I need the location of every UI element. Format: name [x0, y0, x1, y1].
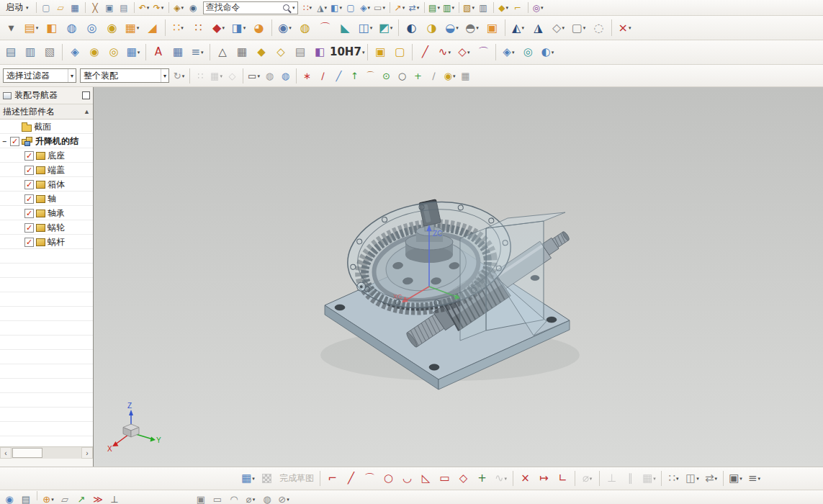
attach-tool-2-icon[interactable]: ◇: [271, 42, 290, 62]
tree-checkbox[interactable]: ✓: [24, 194, 34, 204]
sketch-tools-icon[interactable]: ▦▾: [239, 469, 257, 487]
cursor-style-icon[interactable]: ◮▾: [315, 1, 329, 14]
search-dropdown-icon[interactable]: ▾: [292, 5, 295, 10]
offset-face-icon[interactable]: ◮: [529, 18, 548, 37]
move-face-icon[interactable]: ◭▾: [508, 18, 528, 37]
chevron-down-icon[interactable]: ▾: [161, 69, 168, 82]
command-search[interactable]: 查找命令 ▾: [203, 1, 298, 14]
line-curve-icon[interactable]: ╱: [415, 42, 434, 62]
resize-face-icon[interactable]: ◌: [589, 18, 608, 37]
surface-icon[interactable]: ◈▾: [499, 42, 518, 62]
lock-tool-icon[interactable]: ◠: [226, 491, 242, 504]
spline-icon[interactable]: ∿▾: [435, 42, 454, 62]
transform-icon[interactable]: ⇄▾: [408, 1, 421, 14]
layer-visible-icon[interactable]: ▥▾: [442, 1, 456, 14]
perpendicular-tool-icon[interactable]: ⊥: [107, 491, 122, 504]
tree-item-folder[interactable]: 截面: [0, 120, 93, 134]
tree-item-part[interactable]: ✓蜗杆: [0, 235, 93, 249]
patch-icon[interactable]: ▣: [482, 18, 502, 37]
tree-item-part[interactable]: ✓箱体: [0, 177, 93, 192]
point-on-curve-icon[interactable]: ∕: [426, 68, 441, 84]
trim-body-icon[interactable]: ◩▾: [376, 18, 395, 37]
flags-icon[interactable]: ≫: [90, 491, 106, 504]
print-icon[interactable]: ▥: [477, 1, 490, 14]
pattern-blocks-icon[interactable]: ▦▾: [122, 18, 142, 37]
paint-icon[interactable]: ◧: [310, 42, 329, 62]
chamfer-icon[interactable]: ◺: [417, 469, 435, 487]
macro-icon[interactable]: ◎▾: [531, 1, 545, 14]
quadrant-point-icon[interactable]: ○: [395, 68, 410, 84]
existing-point-icon[interactable]: +: [410, 68, 426, 84]
selection-scope-combo[interactable]: 整个装配 ▾: [80, 68, 169, 83]
grid-point-icon[interactable]: ▦: [458, 68, 473, 84]
marquee-select-icon[interactable]: ▭▾: [246, 68, 261, 84]
reset-orient-icon[interactable]: ↻▾: [171, 68, 186, 84]
shaded-view-icon[interactable]: ◧▾: [330, 1, 343, 14]
annotation-icon[interactable]: A: [149, 42, 168, 62]
start-menu-button[interactable]: 启动▾: [1, 1, 33, 14]
quick-extend-icon[interactable]: ↦: [535, 469, 553, 487]
diameter-tool-icon[interactable]: ⌀▾: [243, 491, 258, 504]
chevron-down-icon[interactable]: ▾: [68, 69, 76, 82]
navigator-column-header[interactable]: 描述性部件名 ▲: [0, 104, 93, 120]
sort-ascending-icon[interactable]: ▲: [84, 108, 90, 115]
layer-stack-icon[interactable]: ▤: [1, 42, 20, 62]
assembly-pattern-icon[interactable]: ×▾: [615, 18, 634, 37]
sketch-settings-icon[interactable]: ≡▾: [745, 469, 763, 487]
command-finder-icon[interactable]: ◈▾: [172, 1, 186, 14]
key-tool-icon[interactable]: ◆▾: [497, 1, 511, 14]
highlight-cylinder-icon[interactable]: ◍: [278, 68, 293, 84]
move-object-icon[interactable]: ↗▾: [393, 1, 407, 14]
sew-icon[interactable]: ◓▾: [462, 18, 482, 37]
tree-expander[interactable]: −: [1, 138, 8, 145]
cylinder-tool-icon[interactable]: ◍: [259, 491, 275, 504]
wedge-icon[interactable]: ◢: [143, 18, 162, 37]
point-icon[interactable]: +: [473, 469, 491, 487]
navigator-horizontal-scrollbar[interactable]: ‹ ›: [0, 446, 93, 459]
layer-settings-icon[interactable]: ▤▾: [428, 1, 441, 14]
copy-icon[interactable]: ▣: [103, 1, 117, 14]
arrangements-icon[interactable]: ▦▾: [124, 42, 143, 62]
wireframe-view-icon[interactable]: ▢: [344, 1, 358, 14]
plane-tool-icon[interactable]: ▱: [57, 491, 73, 504]
open-folder-icon[interactable]: ▱: [54, 1, 68, 14]
polygon-icon[interactable]: ◇: [454, 469, 472, 487]
hole-icon[interactable]: ◉▾: [275, 18, 294, 37]
orient-view-icon[interactable]: ◈▾: [359, 1, 372, 14]
selection-marquee-icon[interactable]: ∷▾: [301, 1, 315, 14]
replace-face-icon[interactable]: ▢▾: [569, 18, 588, 37]
alternate-solution-icon[interactable]: ⇄▾: [702, 469, 720, 487]
touch-icon[interactable]: ◉: [1, 491, 17, 504]
window-layout-icon[interactable]: ▭▾: [373, 1, 387, 14]
assembly-constraints-icon[interactable]: ◉: [85, 42, 104, 62]
scroll-left-button[interactable]: ‹: [0, 447, 12, 459]
extrude-icon[interactable]: ◨▾: [229, 18, 248, 37]
gray-cylinder-icon[interactable]: ◍: [262, 68, 277, 84]
mid-point-icon[interactable]: ╱: [331, 68, 346, 84]
tree-checkbox[interactable]: ✓: [24, 166, 34, 175]
tree-item-part[interactable]: ✓底座: [0, 148, 93, 163]
cube-tool-icon[interactable]: ▣: [193, 491, 209, 504]
sphere-array-icon[interactable]: ∷▾: [168, 18, 188, 37]
selection-filter-combo[interactable]: 选择过滤器 ▾: [3, 68, 76, 83]
tree-checkbox[interactable]: ✓: [24, 209, 34, 218]
circle-icon[interactable]: ○: [379, 469, 397, 487]
shell-icon[interactable]: ◫▾: [356, 18, 375, 37]
mirror-curve-icon[interactable]: ◫▾: [683, 469, 701, 487]
torus-icon[interactable]: ◎: [82, 18, 102, 37]
tree-item-part[interactable]: ✓蜗轮: [0, 220, 93, 235]
unite-icon[interactable]: ◐: [402, 18, 421, 37]
datum-csys-icon[interactable]: ⊕▾: [40, 491, 56, 504]
quick-trim-icon[interactable]: ×: [516, 469, 534, 487]
make-corner-icon[interactable]: ∟: [554, 469, 572, 487]
scroll-right-button[interactable]: ›: [81, 447, 93, 459]
intersection-point-icon[interactable]: ⌒: [363, 68, 378, 84]
line-icon[interactable]: ╱: [342, 469, 360, 487]
tree-checkbox[interactable]: ✓: [24, 238, 34, 247]
arc-icon[interactable]: ⌒: [361, 469, 379, 487]
cut-icon[interactable]: ╳: [89, 1, 102, 14]
boss-icon[interactable]: ◍: [295, 18, 315, 37]
gold-block-2-icon[interactable]: ▢: [390, 42, 409, 62]
section-tool-icon[interactable]: ⊘▾: [276, 491, 292, 504]
point-on-surface-icon[interactable]: ◉▾: [442, 68, 457, 84]
